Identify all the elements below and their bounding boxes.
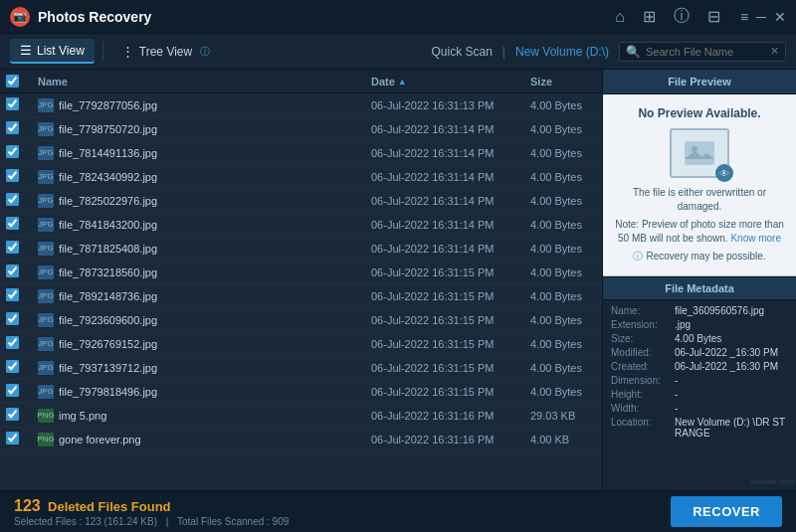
file-name: file_7841843200.jpg <box>59 219 157 231</box>
preview-note: The file is either overwritten or damage… <box>615 186 784 264</box>
row-checkbox[interactable] <box>0 97 30 113</box>
size-note: Note: Preview of photo size more than 50… <box>615 218 784 246</box>
file-size: 4.00 Bytes <box>522 312 602 328</box>
header-checkbox-col <box>0 75 30 88</box>
table-row[interactable]: JPG file_7873218560.jpg 06-Jul-2022 16:3… <box>0 261 602 284</box>
file-type-icon: JPG <box>38 385 54 399</box>
file-date: 06-Jul-2022 16:31:14 PM <box>363 145 522 161</box>
table-row[interactable]: JPG file_7814491136.jpg 06-Jul-2022 16:3… <box>0 141 602 165</box>
table-row[interactable]: JPG file_7892148736.jpg 06-Jul-2022 16:3… <box>0 284 602 308</box>
file-date: 06-Jul-2022 16:31:14 PM <box>363 169 522 185</box>
file-name-cell: JPG file_7937139712.jpg <box>30 359 363 377</box>
file-date: 06-Jul-2022 16:31:16 PM <box>363 432 522 447</box>
table-row[interactable]: JPG file_7871825408.jpg 06-Jul-2022 16:3… <box>0 237 602 261</box>
volume-label[interactable]: New Volume (D:\) <box>515 45 609 59</box>
recover-button[interactable]: RECOVER <box>671 496 782 527</box>
row-checkbox[interactable] <box>0 312 30 328</box>
row-checkbox[interactable] <box>0 265 30 280</box>
file-type-icon: JPG <box>38 122 54 136</box>
meta-label: Modified: <box>611 347 671 358</box>
row-checkbox[interactable] <box>0 241 30 257</box>
table-row[interactable]: JPG file_7926769152.jpg 06-Jul-2022 16:3… <box>0 332 602 356</box>
table-row[interactable]: PNG img 5.png 06-Jul-2022 16:31:16 PM 29… <box>0 404 602 428</box>
file-size: 4.00 Bytes <box>522 169 602 185</box>
file-size: 4.00 Bytes <box>522 288 602 304</box>
row-checkbox[interactable] <box>0 169 30 185</box>
meta-label: Width: <box>611 403 671 414</box>
file-size: 29.03 KB <box>522 408 602 424</box>
row-checkbox[interactable] <box>0 288 30 304</box>
file-name: file_7825022976.jpg <box>59 195 157 207</box>
table-row[interactable]: JPG file_7979818496.jpg 06-Jul-2022 16:3… <box>0 380 602 404</box>
file-name-cell: JPG file_7926769152.jpg <box>30 335 363 353</box>
row-checkbox[interactable] <box>0 360 30 376</box>
file-name-cell: JPG file_7892148736.jpg <box>30 287 363 305</box>
file-date: 06-Jul-2022 16:31:14 PM <box>363 193 522 209</box>
file-size: 4.00 Bytes <box>522 265 602 280</box>
home-icon[interactable]: ⌂ <box>615 8 625 26</box>
file-type-icon: JPG <box>38 313 54 327</box>
file-name: file_7892148736.jpg <box>59 290 157 302</box>
detail-text: Selected Files : 123 (161.24 KB) | Total… <box>14 516 671 527</box>
file-list-header: Name Date ▲ Size <box>0 70 602 93</box>
file-date: 06-Jul-2022 16:31:14 PM <box>363 241 522 257</box>
file-name-cell: JPG file_7792877056.jpg <box>30 96 363 114</box>
row-checkbox[interactable] <box>0 408 30 424</box>
know-more-link[interactable]: Know more <box>730 233 781 244</box>
menu-icon[interactable]: ≡ <box>740 9 748 25</box>
header-size[interactable]: Size <box>522 75 602 88</box>
header-name[interactable]: Name <box>30 75 363 88</box>
meta-value: file_3609560576.jpg <box>675 305 764 316</box>
close-icon[interactable]: ✕ <box>774 9 786 25</box>
minimize-icon[interactable]: ─ <box>756 9 766 25</box>
file-name-cell: JPG file_7873218560.jpg <box>30 264 363 281</box>
search-input[interactable] <box>646 46 765 58</box>
table-row[interactable]: JPG file_7825022976.jpg 06-Jul-2022 16:3… <box>0 189 602 213</box>
file-name: gone forever.png <box>59 434 141 445</box>
file-date: 06-Jul-2022 16:31:15 PM <box>363 312 522 328</box>
file-name-cell: JPG file_7841843200.jpg <box>30 216 363 234</box>
row-checkbox[interactable] <box>0 121 30 137</box>
metadata-row: Size: 4.00 Bytes <box>611 333 788 344</box>
tree-icon: ⋮ <box>121 44 134 59</box>
row-checkbox[interactable] <box>0 193 30 209</box>
file-type-icon: JPG <box>38 218 54 232</box>
row-checkbox[interactable] <box>0 145 30 161</box>
table-row[interactable]: JPG file_7937139712.jpg 06-Jul-2022 16:3… <box>0 356 602 380</box>
file-list-body: JPG file_7792877056.jpg 06-Jul-2022 16:3… <box>0 93 602 490</box>
grid-icon[interactable]: ⊟ <box>707 7 720 26</box>
row-checkbox[interactable] <box>0 336 30 352</box>
app-icon: 📷 <box>10 7 30 27</box>
table-row[interactable]: PNG gone forever.png 06-Jul-2022 16:31:1… <box>0 428 602 451</box>
table-row[interactable]: JPG file_7792877056.jpg 06-Jul-2022 16:3… <box>0 93 602 117</box>
row-checkbox[interactable] <box>0 384 30 400</box>
info-icon[interactable]: ⓘ <box>674 6 690 27</box>
file-name: file_7814491136.jpg <box>59 147 157 159</box>
file-date: 06-Jul-2022 16:31:15 PM <box>363 265 522 280</box>
list-view-btn[interactable]: ☰ List View <box>10 39 95 64</box>
win-controls: ≡ ─ ✕ <box>740 9 786 25</box>
row-checkbox[interactable] <box>0 217 30 233</box>
table-row[interactable]: JPG file_7841843200.jpg 06-Jul-2022 16:3… <box>0 213 602 237</box>
overwritten-note: The file is either overwritten or damage… <box>615 186 784 214</box>
table-row[interactable]: JPG file_7824340992.jpg 06-Jul-2022 16:3… <box>0 165 602 189</box>
recovery-note: ⓘ Recovery may be possible. <box>615 250 784 264</box>
table-row[interactable]: JPG file_7923609600.jpg 06-Jul-2022 16:3… <box>0 308 602 332</box>
file-name-cell: JPG file_7871825408.jpg <box>30 240 363 258</box>
metadata-row: Height: - <box>611 389 788 400</box>
select-all-checkbox[interactable] <box>6 75 19 88</box>
header-date[interactable]: Date ▲ <box>363 75 522 88</box>
status-bar: 123 Deleted Files Found Selected Files :… <box>0 490 796 532</box>
tree-view-btn[interactable]: ⋮ Tree View ⓘ <box>111 40 220 63</box>
file-name-cell: JPG file_7923609600.jpg <box>30 311 363 329</box>
file-size: 4.00 Bytes <box>522 384 602 400</box>
file-name-cell: JPG file_7814491136.jpg <box>30 144 363 162</box>
file-name-cell: JPG file_7824340992.jpg <box>30 168 363 186</box>
scan-icon[interactable]: ⊞ <box>643 7 656 26</box>
quick-scan-label: Quick Scan <box>431 45 492 59</box>
search-clear-icon[interactable]: ✕ <box>770 45 779 58</box>
file-name-cell: JPG file_7979818496.jpg <box>30 383 363 401</box>
row-checkbox[interactable] <box>0 432 30 447</box>
file-type-icon: JPG <box>38 146 54 160</box>
table-row[interactable]: JPG file_7798750720.jpg 06-Jul-2022 16:3… <box>0 117 602 141</box>
